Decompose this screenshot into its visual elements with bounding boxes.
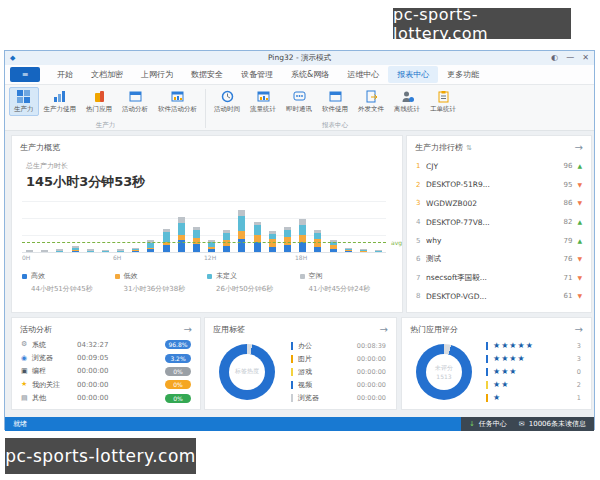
ribbon-button-1-6[interactable]: 工单统计 [425, 87, 461, 116]
leaderboard-row[interactable]: 7nsecsoft李国毅...71▼ [416, 269, 582, 288]
ribbon-button-1-2[interactable]: 即时通讯 [281, 87, 317, 116]
leaderboard-row[interactable]: 8DESKTOP-VGD...61▼ [416, 287, 582, 306]
tag-legend-row[interactable]: 浏览器00:00:00 [291, 391, 386, 404]
window-icon [329, 90, 342, 103]
app-tags-more-arrow-icon[interactable]: → [380, 325, 388, 335]
bar[interactable] [250, 201, 265, 252]
x-tick-label: 18H [295, 254, 307, 261]
gear-icon: ⚙ [21, 341, 32, 348]
bar[interactable] [83, 201, 98, 252]
menu-item-1[interactable]: 文档加密 [82, 66, 132, 83]
activity-row[interactable]: ★我的关注00:00:000% [21, 378, 191, 391]
menu-item-5[interactable]: 系统&网络 [282, 66, 338, 83]
menu-item-2[interactable]: 上网行为 [132, 66, 182, 83]
ribbon-button-label: 离线统计 [394, 105, 420, 114]
leaderboard-row[interactable]: 1CJY96▲ [416, 157, 582, 176]
statusbar: 就绪 ↓ 任务中心 ✉ 10006条未读信息 [5, 417, 594, 431]
bar-segment [208, 249, 215, 252]
bar[interactable] [113, 201, 128, 252]
bar[interactable] [98, 201, 113, 252]
rating-row[interactable]: ★1 [486, 391, 581, 404]
ribbon-button-1-1[interactable]: 流量统计 [245, 87, 281, 116]
bar[interactable] [219, 201, 234, 252]
activity-row[interactable]: ⚙系统04:32:2796.8% [21, 338, 191, 351]
rating-row[interactable]: ★★★★3 [486, 352, 581, 365]
rating-row[interactable]: ★★★0 [486, 365, 581, 378]
panel-activity-analysis: 活动分析 → ⚙系统04:32:2796.8%◉浏览器00:09:053.2%▣… [11, 317, 201, 410]
ribbon-button-0-3[interactable]: 活动分析 [117, 87, 153, 116]
rating-row[interactable]: ★★★★★3 [486, 339, 581, 352]
bar-segment [117, 251, 124, 252]
bar[interactable] [204, 201, 219, 252]
activity-row[interactable]: ▤其他00:00:000% [21, 392, 191, 405]
unread-messages-link[interactable]: 10006条未读信息 [529, 419, 586, 429]
close-button[interactable]: ✕ [582, 54, 589, 62]
ribbon-button-1-5[interactable]: 离线统计 [389, 87, 425, 116]
minimize-button[interactable]: — [566, 54, 574, 62]
ribbon-group-label: 生产力 [9, 120, 202, 130]
bar[interactable] [143, 201, 158, 252]
activity-row[interactable]: ◉浏览器00:09:053.2% [21, 351, 191, 364]
globe-icon: ◉ [21, 355, 32, 362]
activity-row[interactable]: ▣编程00:00:000% [21, 365, 191, 378]
bar[interactable] [22, 201, 37, 252]
bar[interactable] [341, 201, 356, 252]
bar-segment [345, 251, 352, 252]
bar-segment [299, 225, 306, 235]
leaderboard-more-arrow-icon[interactable]: → [575, 143, 583, 153]
bar-segment [330, 249, 337, 252]
menu-item-6[interactable]: 运维中心 [338, 66, 388, 83]
bar[interactable] [68, 201, 83, 252]
chart-legend: 高效44小时51分钟45秒低效31小时36分钟38秒未定义26小时50分钟6秒空… [22, 271, 392, 294]
bar[interactable] [356, 201, 371, 252]
bar[interactable] [371, 201, 386, 252]
bar[interactable] [128, 201, 143, 252]
leaderboard-row[interactable]: 5why79▲ [416, 231, 582, 250]
rating-row[interactable]: ★★2 [486, 378, 581, 391]
fire-icon [93, 90, 106, 103]
menu-item-3[interactable]: 数据安全 [182, 66, 232, 83]
bar[interactable] [265, 201, 280, 252]
leaderboard-row[interactable]: 3WGDWZB00286▼ [416, 194, 582, 213]
menu-item-8[interactable]: 更多功能 [438, 66, 488, 83]
bar-segment [223, 246, 230, 252]
bar[interactable] [159, 201, 174, 252]
bar[interactable] [325, 201, 340, 252]
leaderboard-row[interactable]: 4DESKTOP-77V8...82▲ [416, 213, 582, 232]
bar[interactable] [37, 201, 52, 252]
bar[interactable] [189, 201, 204, 252]
ribbon-button-1-0[interactable]: 活动时间 [209, 87, 245, 116]
app-ratings-more-arrow-icon[interactable]: → [575, 325, 583, 335]
leaderboard-row[interactable]: 6测试76▼ [416, 250, 582, 269]
activity-more-arrow-icon[interactable]: → [184, 325, 192, 335]
ribbon-button-1-3[interactable]: 软件使用 [317, 87, 353, 116]
ribbon-button-0-4[interactable]: 软件活动分析 [153, 87, 202, 116]
menu-item-0[interactable]: 开始 [48, 66, 82, 83]
bar[interactable] [280, 201, 295, 252]
tag-legend-row[interactable]: 办公00:08:39 [291, 339, 386, 352]
ribbon-button-0-0[interactable]: 生产力 [9, 87, 39, 116]
bar[interactable] [310, 201, 325, 252]
ribbon-button-label: 软件使用 [322, 105, 348, 114]
ribbon-button-1-4[interactable]: 外发文件 [353, 87, 389, 116]
menu-item-4[interactable]: 设备管理 [232, 66, 282, 83]
menu-item-7[interactable]: 报表中心 [388, 66, 438, 83]
tag-legend-row[interactable]: 游戏00:00:00 [291, 365, 386, 378]
bar[interactable] [174, 201, 189, 252]
bar[interactable] [234, 201, 249, 252]
bar[interactable] [52, 201, 67, 252]
bar[interactable] [295, 201, 310, 252]
percent-badge: 0% [165, 367, 191, 376]
ribbon-button-0-2[interactable]: 热门应用 [81, 87, 117, 116]
tag-legend-row[interactable]: 视频00:00:00 [291, 378, 386, 391]
sort-icon[interactable]: ⇅ [466, 144, 472, 152]
leaderboard-row[interactable]: 2DESKTOP-51R9...95▼ [416, 176, 582, 195]
star-icons: ★ [493, 394, 577, 402]
ribbon-button-0-1[interactable]: 生产力使用 [39, 87, 82, 116]
grid-icon [17, 90, 30, 103]
task-center-link[interactable]: 任务中心 [479, 419, 507, 429]
tag-legend-row[interactable]: 图片00:00:00 [291, 352, 386, 365]
theme-button[interactable]: ◐ [551, 54, 558, 62]
menu-items: 开始文档加密上网行为数据安全设备管理系统&网络运维中心报表中心更多功能 [48, 66, 488, 83]
app-menu-button[interactable]: ≡ [10, 67, 40, 82]
